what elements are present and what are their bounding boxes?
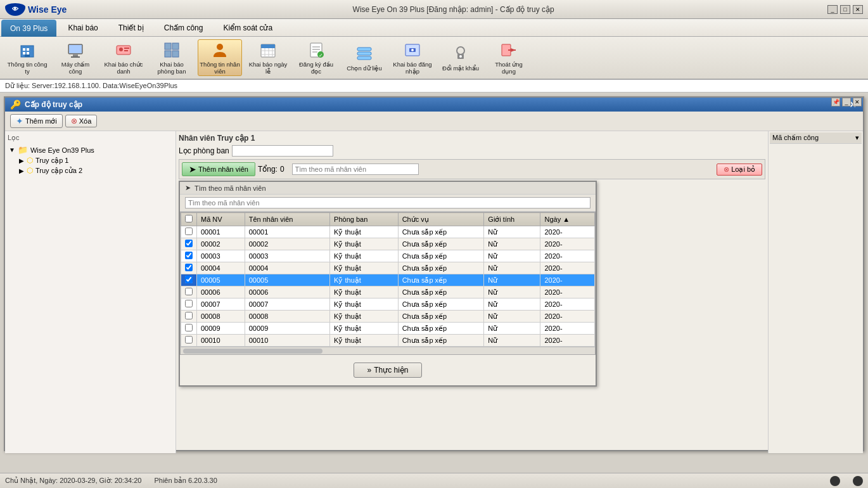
menu-tab-on39[interactable]: On 39 Plus (1, 20, 56, 37)
execute-button[interactable]: » Thực hiện (354, 363, 421, 378)
add-employee-label: Thêm nhân viên (198, 165, 248, 173)
data-icon (354, 43, 374, 63)
toolbar-thoat-ungdung[interactable]: Thoát ứng dụng (487, 39, 531, 76)
tree-item-truycap1[interactable]: ▶ ⬡ Truy cập 1 (18, 155, 173, 165)
svg-point-18 (217, 44, 223, 50)
app-logo: 👁 Wise Eye (5, 3, 67, 16)
toolbar-khaibao-phongban[interactable]: Khai báo phòng ban (150, 39, 194, 76)
root-folder-icon: 📁 (18, 145, 28, 155)
row-checkbox[interactable] (185, 288, 193, 295)
row-checkbox-cell[interactable] (181, 323, 197, 335)
maximize-button[interactable]: □ (840, 5, 850, 14)
row-checkbox[interactable] (185, 276, 193, 283)
row-checkbox-cell[interactable] (181, 299, 197, 311)
cell-tennv: 00007 (245, 299, 329, 311)
close-button[interactable]: ✕ (853, 5, 863, 14)
add-icon: ✦ (16, 116, 23, 126)
cell-chucvu: Chưa sắp xếp (398, 238, 484, 250)
toolbar-thongtin-congty[interactable]: Thông tin công ty (5, 39, 49, 76)
table-row[interactable]: 00003 00003 Kỹ thuật Chưa sắp xếp Nữ 202… (181, 250, 595, 262)
row-checkbox-cell[interactable] (181, 274, 197, 286)
cell-manv: 00004 (197, 262, 245, 274)
add-new-button[interactable]: ✦ Thêm mới (10, 114, 63, 128)
cell-tennv: 00010 (245, 335, 329, 347)
title-bar: 👁 Wise Eye Wise Eye On 39 Plus [Đăng nhậ… (0, 0, 868, 19)
cell-ngay: 2020- (540, 286, 595, 299)
tree-item-truycapcua2[interactable]: ▶ ⬡ Truy cập cửa 2 (18, 165, 173, 176)
node-icon-1: ⬡ (27, 156, 33, 165)
sub-search-input[interactable] (185, 197, 590, 209)
row-checkbox[interactable] (185, 336, 193, 344)
table-row[interactable]: 00004 00004 Kỹ thuật Chưa sắp xếp Nữ 202… (181, 262, 595, 274)
panel-title-icon: 🔑 (10, 100, 21, 110)
toolbar-doi-matkhau[interactable]: Đổi mật khẩu (438, 39, 483, 76)
toolbar-khaibao-dangnhap[interactable]: Khai báo đăng nhập (390, 39, 435, 76)
cell-phongban: Kỹ thuật (330, 323, 399, 335)
left-panel: Lọc ▼ 📁 Wise Eye On39 Plus ▶ ⬡ Truy cập … (5, 131, 176, 453)
panel-pin-button[interactable]: 📌 (831, 98, 840, 106)
person-icon (210, 41, 230, 60)
svg-rect-3 (23, 52, 25, 55)
toolbar-dauoc-label: Đăng ký đầu đọc (296, 61, 336, 75)
select-all-checkbox[interactable] (185, 215, 193, 222)
row-checkbox-cell[interactable] (181, 250, 197, 262)
panel-top-controls: 📌 _ ✕ (831, 98, 862, 106)
filter-phongban-input[interactable] (232, 145, 333, 157)
delete-button[interactable]: ⊗ Xóa (65, 115, 98, 127)
toolbar-chon-dulieu[interactable]: Chọn dữ liệu (342, 39, 386, 76)
add-employee-button[interactable]: ➤ Thêm nhân viên (182, 162, 255, 176)
row-checkbox[interactable] (185, 300, 193, 307)
cell-tennv: 00004 (245, 262, 329, 274)
row-checkbox[interactable] (185, 312, 193, 319)
row-checkbox-cell[interactable] (181, 311, 197, 323)
tree-item-root[interactable]: ▼ 📁 Wise Eye On39 Plus (8, 144, 173, 155)
toolbar-khaibao-chucdanh[interactable]: Khai báo chức danh (101, 39, 146, 76)
svg-point-40 (459, 55, 462, 58)
toolbar-dangky-dauoc[interactable]: ✓ Đăng ký đầu đọc (294, 39, 338, 76)
table-row[interactable]: 00002 00002 Kỹ thuật Chưa sắp xếp Nữ 202… (181, 238, 595, 250)
minimize-button[interactable]: _ (827, 5, 838, 14)
panel-close-x-button[interactable]: ✕ (853, 98, 862, 106)
right-panel: Nhân viên Truy cập 1 Lọc phòng ban ➤ Thê… (176, 131, 768, 453)
row-checkbox-cell[interactable] (181, 286, 197, 299)
horizontal-scrollbar[interactable] (181, 347, 595, 354)
row-checkbox-cell[interactable] (181, 226, 197, 238)
col-header-manv: Mã NV (197, 213, 245, 226)
table-row[interactable]: 00010 00010 Kỹ thuật Chưa sắp xếp Nữ 202… (181, 335, 595, 347)
svg-point-11 (119, 48, 123, 51)
id-card-icon (113, 41, 134, 60)
menu-tab-chamcong[interactable]: Chấm công (154, 19, 214, 36)
svg-rect-9 (71, 56, 80, 58)
toolbar-khaibao-ngayle[interactable]: Khai báo ngày lễ (246, 39, 290, 76)
svg-rect-20 (261, 44, 275, 48)
menu-tab-thietbi[interactable]: Thiết bị (108, 19, 154, 36)
table-row[interactable]: 00009 00009 Kỹ thuật Chưa sắp xếp Nữ 202… (181, 323, 595, 335)
cell-gioitinh: Nữ (484, 286, 540, 299)
row-checkbox[interactable] (185, 240, 193, 247)
toolbar-thongtin-nhanvien[interactable]: Thông tin nhân viên (198, 39, 242, 76)
svg-rect-2 (27, 48, 29, 51)
svg-point-38 (457, 47, 464, 55)
row-checkbox[interactable] (185, 324, 193, 331)
search-employee-input[interactable] (292, 164, 419, 175)
row-checkbox[interactable] (185, 264, 193, 271)
row-checkbox[interactable] (185, 252, 193, 259)
row-checkbox-cell[interactable] (181, 262, 197, 274)
add-new-label: Thêm mới (25, 117, 57, 125)
table-row[interactable]: 00001 00001 Kỹ thuật Chưa sắp xếp Nữ 202… (181, 226, 595, 238)
table-row[interactable]: 00005 00005 Kỹ thuật Chưa sắp xếp Nữ 202… (181, 274, 595, 286)
table-row[interactable]: 00007 00007 Kỹ thuật Chưa sắp xếp Nữ 202… (181, 299, 595, 311)
employee-table-scroll[interactable]: Mã NV Tên nhân viên Phòng ban Chức vụ Gi… (181, 212, 595, 347)
hscroll-thumb[interactable] (183, 349, 322, 354)
remove-button[interactable]: ⊗ Loại bỏ (717, 164, 762, 176)
row-checkbox[interactable] (185, 228, 193, 235)
logo-icon: 👁 (5, 3, 25, 16)
row-checkbox-cell[interactable] (181, 238, 197, 250)
table-row[interactable]: 00008 00008 Kỹ thuật Chưa sắp xếp Nữ 202… (181, 311, 595, 323)
toolbar-maychamcong[interactable]: Máy chấm công (53, 39, 98, 76)
menu-tab-khaibao[interactable]: Khai báo (58, 19, 108, 36)
menu-tab-kiemsoat[interactable]: Kiểm soát cửa (213, 19, 283, 36)
table-row[interactable]: 00006 00006 Kỹ thuật Chưa sắp xếp Nữ 202… (181, 286, 595, 299)
row-checkbox-cell[interactable] (181, 335, 197, 347)
panel-minimize-button[interactable]: _ (842, 98, 851, 106)
